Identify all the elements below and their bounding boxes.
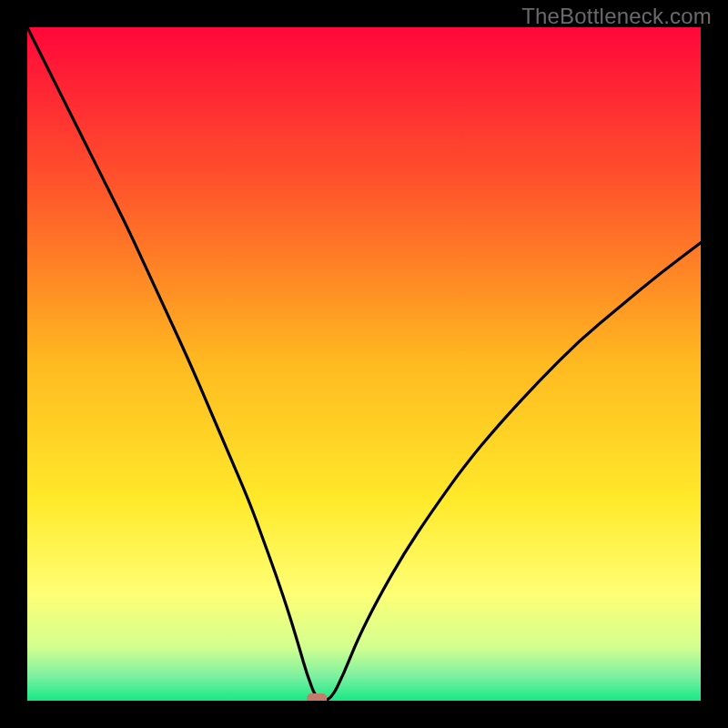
bottleneck-chart-svg [27,27,701,701]
attribution-text: TheBottleneck.com [521,4,712,29]
chart-frame: TheBottleneck.com [0,0,728,728]
plot-area [27,27,701,701]
bottleneck-minimum-marker [307,693,327,701]
gradient-background [27,27,701,701]
